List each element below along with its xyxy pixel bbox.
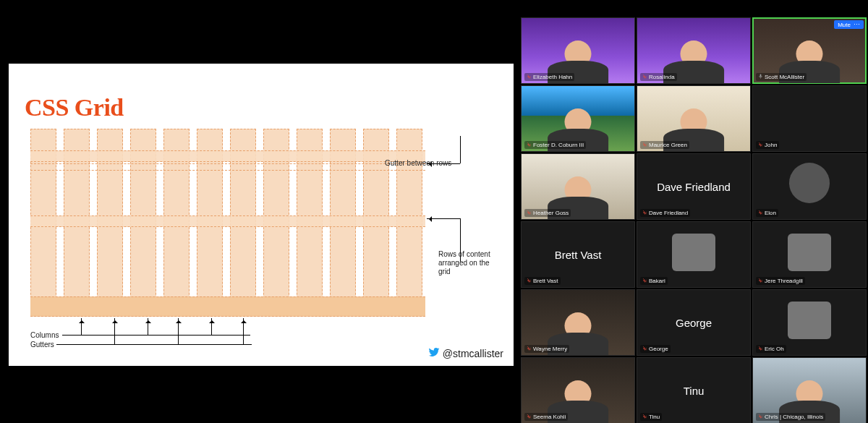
participant-tile[interactable]: MuteScott McAllister — [752, 17, 867, 84]
mic-muted-icon — [527, 346, 532, 352]
mic-muted-icon — [758, 414, 763, 420]
participant-name-badge: John — [756, 141, 779, 149]
participant-name-badge: Heather Goss — [524, 209, 571, 217]
grid-diagram — [30, 129, 428, 320]
participant-tile[interactable]: Chris | Chicago, Illinois — [752, 357, 867, 423]
participant-tile[interactable]: John — [752, 85, 867, 152]
participant-grid: Elizabeth HahnRosalindaMuteScott McAllis… — [521, 17, 867, 422]
twitter-handle-text: @stmcallister — [443, 348, 503, 359]
participant-tile[interactable]: Eric Oh — [752, 289, 867, 356]
participant-name: Dave Friedland — [649, 210, 688, 216]
participant-name: Eric Oh — [765, 346, 784, 352]
participant-tile[interactable]: Dave FriedlandDave Friedland — [637, 153, 751, 220]
shared-slide: CSS Grid Gutter between rows Rows of con… — [9, 64, 514, 366]
participant-name: Rosalinda — [649, 74, 675, 80]
mic-muted-icon — [527, 278, 532, 284]
participant-name-badge: Jere Threadgill — [756, 277, 805, 285]
arrow-up — [81, 318, 82, 335]
participant-name: Elon — [765, 210, 776, 216]
participant-tile[interactable]: Maurice Green — [637, 85, 751, 152]
participant-tile[interactable]: Elon — [752, 153, 867, 220]
participant-name-badge: Elizabeth Hahn — [524, 73, 574, 81]
mic-muted-icon — [527, 414, 532, 420]
grid-column — [363, 129, 389, 317]
participant-name: Tinu — [649, 414, 660, 420]
participant-tile[interactable]: Jere Threadgill — [752, 221, 867, 288]
participant-name: Maurice Green — [649, 142, 687, 148]
participant-avatar — [789, 163, 830, 203]
mic-on-icon — [758, 74, 763, 80]
participant-name-badge: Chris | Chicago, Illinois — [756, 413, 825, 421]
participant-avatar — [788, 302, 831, 339]
arrow-up — [211, 318, 212, 335]
label-gutters: Gutters — [30, 341, 54, 349]
participant-avatar — [788, 234, 831, 271]
mic-muted-icon — [527, 142, 532, 148]
mic-muted-icon — [642, 414, 647, 420]
label-columns: Columns — [30, 331, 59, 340]
grid-column — [163, 129, 190, 317]
participant-tile[interactable]: Foster D. Coburn III — [521, 85, 635, 152]
participant-name-badge: Scott McAllister — [756, 73, 807, 81]
participant-name-badge: Brett Vast — [524, 277, 561, 285]
participant-name-badge: Tinu — [640, 413, 662, 421]
participant-name: Heather Goss — [533, 210, 569, 216]
participant-name: Foster D. Coburn III — [533, 142, 584, 148]
participant-name: George — [649, 346, 668, 352]
twitter-icon — [428, 346, 440, 360]
arrow-up — [178, 318, 179, 344]
grid-column — [330, 129, 356, 317]
grid-column — [297, 129, 323, 317]
participant-name: Wayne Merry — [533, 346, 567, 352]
mic-muted-icon — [758, 142, 763, 148]
label-gutter-rows: Gutter between rows — [385, 159, 451, 168]
participant-name-badge: Seema Kohli — [524, 413, 568, 421]
mic-muted-icon — [642, 74, 647, 80]
participant-tile[interactable]: Seema Kohli — [521, 357, 635, 423]
mic-muted-icon — [642, 142, 647, 148]
participant-tile[interactable]: TinuTinu — [637, 357, 751, 423]
participant-name-badge: George — [640, 345, 671, 353]
mic-muted-icon — [642, 210, 647, 216]
participant-name: Jere Threadgill — [765, 278, 803, 284]
participant-tile[interactable]: Elizabeth Hahn — [521, 17, 635, 84]
mic-muted-icon — [758, 346, 763, 352]
participant-name-badge: Rosalinda — [640, 73, 677, 81]
arrow-up — [148, 318, 148, 335]
grid-column — [130, 129, 156, 317]
participant-name-badge: Maurice Green — [640, 141, 689, 149]
participant-name: John — [765, 142, 777, 148]
participant-name-badge: Elon — [756, 209, 778, 217]
participant-tile[interactable]: Brett VastBrett Vast — [521, 221, 635, 288]
participant-name: Scott McAllister — [765, 74, 804, 80]
mic-muted-icon — [758, 210, 763, 216]
participant-tile[interactable]: Heather Goss — [521, 153, 635, 220]
participant-name: Seema Kohli — [533, 414, 566, 420]
grid-column — [396, 129, 422, 317]
participant-name-badge: Wayne Merry — [524, 345, 569, 353]
mic-muted-icon — [642, 346, 647, 352]
mic-muted-icon — [527, 74, 532, 80]
arrow-up — [114, 318, 115, 344]
mic-muted-icon — [642, 278, 647, 284]
participant-tile[interactable]: Rosalinda — [637, 17, 751, 84]
participant-tile[interactable]: Bakari — [637, 221, 751, 288]
mic-muted-icon — [527, 210, 532, 216]
participant-name: Elizabeth Hahn — [533, 74, 572, 80]
participant-name: Chris | Chicago, Illinois — [765, 414, 823, 420]
participant-name: Brett Vast — [533, 278, 558, 284]
participant-name: Bakari — [649, 278, 665, 284]
participant-tile[interactable]: GeorgeGeorge — [637, 289, 751, 356]
participant-name-badge: Eric Oh — [756, 345, 786, 353]
mute-button[interactable]: Mute — [834, 20, 864, 29]
participant-name-badge: Dave Friedland — [640, 209, 690, 217]
participant-avatar — [672, 234, 715, 271]
slide-title: CSS Grid — [25, 94, 124, 121]
participant-tile[interactable]: Wayne Merry — [521, 289, 635, 356]
participant-name-badge: Bakari — [640, 277, 668, 285]
participant-name-badge: Foster D. Coburn III — [524, 141, 586, 149]
grid-column — [263, 129, 289, 317]
grid-column — [97, 129, 123, 317]
mic-muted-icon — [758, 278, 763, 284]
grid-column — [64, 129, 90, 317]
